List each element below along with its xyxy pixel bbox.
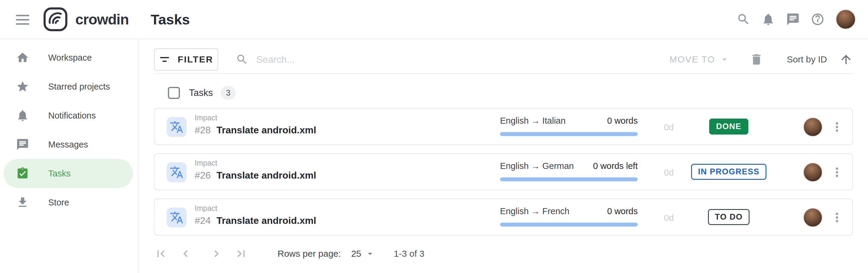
translate-task-icon	[167, 208, 187, 227]
first-page-icon[interactable]	[154, 247, 168, 261]
task-project: Impact	[195, 113, 316, 122]
sidebar-item-label: Workspace	[48, 53, 92, 63]
status-badge: IN PROGRESS	[691, 164, 767, 180]
task-progress-bar	[500, 132, 638, 136]
task-language-row: English → Italian 0 words	[500, 116, 638, 126]
task-project: Impact	[195, 159, 316, 167]
assignee-avatar[interactable]	[803, 162, 823, 182]
task-language-pair: English → German	[500, 161, 574, 171]
sidebar-item-label: Notifications	[48, 111, 96, 121]
chat-icon	[16, 138, 29, 151]
search-icon[interactable]	[737, 12, 750, 26]
toolbar-right: MOVE TO Sort by ID	[670, 53, 853, 66]
top-header: crowdin Tasks	[0, 0, 868, 39]
task-title: Translate android.xml	[216, 215, 316, 226]
task-project: Impact	[195, 204, 316, 213]
status-badge: DONE	[709, 118, 748, 135]
pagination-range: 1-3 of 3	[394, 249, 425, 259]
move-to-label: MOVE TO	[670, 54, 715, 64]
sidebar: Workspace Starred projects Notifications…	[0, 0, 138, 273]
task-words-count: 0 words left	[593, 161, 638, 171]
bell-icon[interactable]	[761, 12, 775, 26]
kebab-menu-icon[interactable]	[830, 210, 844, 225]
main-content: FILTER MOVE TO Sort by ID	[139, 39, 868, 273]
task-text: Impact #28 Translate android.xml	[195, 113, 316, 136]
bell-icon	[16, 109, 29, 122]
chevron-down-icon	[719, 54, 730, 64]
task-row[interactable]: Impact #24 Translate android.xml English…	[154, 198, 853, 236]
task-row[interactable]: Impact #28 Translate android.xml English…	[154, 108, 853, 145]
help-icon[interactable]	[811, 12, 825, 26]
assignee-avatar[interactable]	[803, 117, 823, 137]
header-actions	[737, 0, 856, 38]
move-to-dropdown[interactable]: MOVE TO	[670, 54, 730, 64]
task-text: Impact #26 Translate android.xml	[195, 159, 316, 181]
task-id: #26	[195, 170, 211, 181]
chat-icon[interactable]	[786, 12, 800, 26]
next-page-icon[interactable]	[210, 247, 223, 261]
task-id: #24	[195, 215, 211, 226]
rows-per-page-value[interactable]: 25	[351, 249, 361, 259]
task-title: Translate android.xml	[216, 125, 316, 135]
filter-icon	[159, 55, 170, 64]
kebab-menu-icon[interactable]	[830, 120, 844, 134]
task-language-pair: English → Italian	[500, 116, 566, 126]
user-avatar[interactable]	[835, 9, 856, 30]
crowdin-bird-icon	[42, 6, 69, 33]
tasks-toolbar: FILTER MOVE TO Sort by ID	[154, 48, 853, 71]
assignee-avatar[interactable]	[803, 208, 823, 227]
tasks-icon	[16, 167, 29, 180]
trash-icon[interactable]	[749, 53, 764, 66]
task-progress-fill	[500, 132, 638, 136]
filter-button[interactable]: FILTER	[154, 48, 218, 71]
task-progress-fill	[500, 178, 638, 181]
sort-control[interactable]: Sort by ID	[787, 53, 853, 66]
chevron-down-icon[interactable]	[365, 249, 375, 259]
search-field	[236, 53, 443, 66]
sidebar-item-workspace[interactable]: Workspace	[4, 43, 133, 72]
task-status-cell: IN PROGRESS	[679, 154, 778, 190]
task-list: Impact #28 Translate android.xml English…	[154, 108, 853, 244]
translate-task-icon	[167, 162, 187, 182]
search-icon	[236, 53, 248, 66]
sidebar-item-label: Starred projects	[48, 82, 110, 92]
sidebar-item-notifications[interactable]: Notifications	[4, 101, 133, 130]
task-progress-bar	[500, 223, 638, 226]
sidebar-item-label: Tasks	[48, 169, 70, 179]
task-language-pair: English → French	[500, 206, 569, 216]
task-due: 0d	[664, 213, 674, 223]
task-text: Impact #24 Translate android.xml	[195, 204, 316, 226]
home-icon	[16, 51, 29, 64]
translate-task-icon	[167, 117, 187, 137]
list-title: Tasks	[189, 87, 213, 98]
select-all-checkbox[interactable]	[168, 87, 180, 99]
arrow-up-icon	[839, 53, 853, 66]
task-due: 0d	[664, 168, 674, 178]
crowdin-logo[interactable]: crowdin	[42, 0, 129, 38]
kebab-menu-icon[interactable]	[830, 165, 844, 180]
task-words-count: 0 words	[607, 206, 638, 216]
task-due: 0d	[664, 122, 674, 132]
previous-page-icon[interactable]	[179, 247, 193, 261]
task-progress-fill	[500, 223, 638, 226]
sidebar-item-starred-projects[interactable]: Starred projects	[4, 72, 133, 101]
sidebar-item-tasks[interactable]: Tasks	[4, 159, 133, 188]
task-row[interactable]: Impact #26 Translate android.xml English…	[154, 153, 853, 190]
list-header: Tasks 3	[154, 83, 236, 103]
search-input[interactable]	[256, 54, 443, 65]
sidebar-item-messages[interactable]: Messages	[4, 130, 133, 159]
task-progress-bar	[500, 178, 638, 181]
task-language-row: English → German 0 words left	[500, 161, 638, 171]
menu-icon[interactable]	[16, 13, 29, 26]
download-icon	[16, 196, 29, 209]
brand-name: crowdin	[75, 11, 129, 28]
sidebar-item-label: Messages	[48, 140, 88, 149]
sidebar-item-store[interactable]: Store	[4, 188, 133, 217]
task-id: #28	[195, 125, 211, 135]
task-language-row: English → French 0 words	[500, 206, 638, 216]
status-badge: TO DO	[708, 209, 750, 225]
sort-by-label: Sort by ID	[787, 54, 827, 64]
tasks-count-badge: 3	[221, 86, 236, 100]
task-status-cell: DONE	[679, 109, 778, 144]
last-page-icon[interactable]	[234, 247, 248, 261]
